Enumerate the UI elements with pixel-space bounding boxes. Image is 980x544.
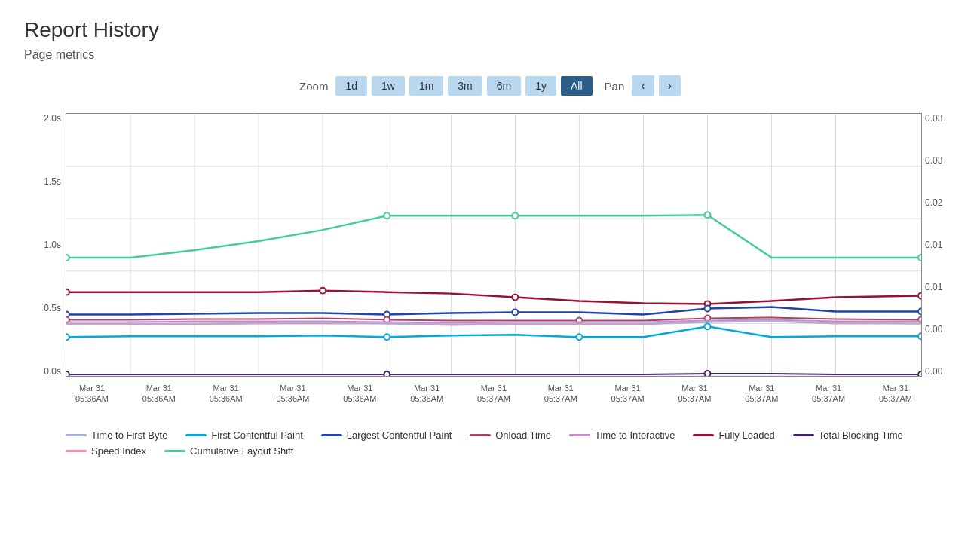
legend-label-speed-index: Speed Index: [91, 445, 146, 457]
chart-svg: [66, 114, 921, 376]
x-label-11: Mar 3105:37AM: [802, 383, 855, 422]
y-left-label-2: 1.0s: [44, 240, 61, 250]
zoom-6m[interactable]: 6m: [487, 76, 521, 96]
legend-fully-loaded: Fully Loaded: [693, 429, 774, 441]
x-label-9: Mar 3105:37AM: [668, 383, 721, 422]
y-right-label-5: 0.03: [925, 155, 942, 166]
cls-point: [66, 255, 69, 261]
tbt-line: [66, 374, 921, 374]
cls-point: [512, 212, 518, 219]
cls-point: [705, 212, 711, 218]
y-left-label-0: 0.0s: [44, 366, 61, 377]
fcp-point: [918, 333, 921, 339]
x-label-0: Mar 3105:36AM: [66, 383, 118, 422]
pan-label: Pan: [605, 80, 625, 93]
chart-legend: Time to First Byte First Contentful Pain…: [24, 429, 956, 457]
y-right-label-6: 0.03: [925, 113, 942, 124]
chart-wrapper: 2.0s 1.5s 1.0s 0.5s 0.0s: [24, 105, 956, 422]
tbt-point: [918, 371, 921, 376]
legend-fcp: First Contentful Paint: [185, 429, 302, 441]
legend-swatch-onload: [470, 434, 491, 436]
y-left-label-4: 2.0s: [44, 113, 61, 124]
page-subtitle: Page metrics: [24, 48, 956, 62]
legend-label-fcp: First Contentful Paint: [211, 429, 302, 441]
legend-onload: Onload Time: [470, 429, 551, 441]
y-right-label-3: 0.01: [925, 240, 942, 250]
x-label-3: Mar 3105:36AM: [266, 383, 319, 422]
legend-swatch-fully-loaded: [693, 434, 714, 436]
zoom-all[interactable]: All: [561, 76, 593, 96]
page-title: Report History: [24, 18, 956, 42]
y-right-label-0: 0.00: [925, 366, 942, 377]
chart-area: [66, 113, 922, 377]
lcp-point: [705, 306, 711, 312]
legend-label-tti: Time to Interactive: [595, 429, 675, 441]
zoom-1m[interactable]: 1m: [409, 76, 443, 96]
x-label-1: Mar 3105:36AM: [133, 383, 185, 422]
legend-label-tbt: Total Blocking Time: [819, 429, 903, 441]
cls-point: [384, 212, 390, 219]
fully-loaded-point: [320, 288, 326, 294]
chart-controls: Zoom 1d 1w 1m 3m 6m 1y All Pan ‹ ›: [24, 75, 956, 96]
legend-speed-index: Speed Index: [66, 445, 146, 457]
legend-swatch-tbt: [793, 434, 814, 436]
legend-swatch-fcp: [185, 434, 207, 436]
fcp-point: [576, 334, 582, 340]
legend-swatch-lcp: [321, 434, 342, 436]
lcp-point: [918, 309, 921, 315]
fully-loaded-point: [66, 289, 69, 295]
y-left-label-3: 1.5s: [44, 176, 61, 187]
legend-label-cls: Cumulative Layout Shift: [190, 445, 293, 457]
legend-swatch-speed-index: [66, 450, 87, 452]
zoom-label: Zoom: [299, 80, 328, 93]
x-label-6: Mar 3105:37AM: [467, 383, 520, 422]
tbt-point: [705, 371, 711, 376]
legend-ttfb: Time to First Byte: [66, 429, 167, 441]
fully-loaded-point: [918, 293, 921, 299]
legend-label-lcp: Largest Contentful Paint: [347, 429, 452, 441]
legend-label-ttfb: Time to First Byte: [91, 429, 167, 441]
x-label-4: Mar 3105:36AM: [333, 383, 386, 422]
x-label-8: Mar 3105:37AM: [602, 383, 654, 422]
zoom-3m[interactable]: 3m: [448, 76, 482, 96]
zoom-1y[interactable]: 1y: [525, 76, 556, 96]
x-label-7: Mar 3105:37AM: [534, 383, 587, 422]
legend-label-onload: Onload Time: [495, 429, 551, 441]
legend-swatch-ttfb: [66, 434, 87, 436]
x-label-12: Mar 3105:37AM: [869, 383, 922, 422]
legend-swatch-cls: [164, 450, 185, 452]
legend-tbt: Total Blocking Time: [793, 429, 903, 441]
fully-loaded-point: [512, 295, 518, 301]
y-right-label-4: 0.02: [925, 197, 942, 208]
legend-swatch-tti: [569, 434, 590, 436]
x-label-10: Mar 3105:37AM: [735, 383, 788, 422]
legend-tti: Time to Interactive: [569, 429, 675, 441]
tbt-point: [66, 371, 69, 376]
pan-next-button[interactable]: ›: [659, 75, 681, 96]
tbt-point: [384, 371, 390, 376]
zoom-1w[interactable]: 1w: [372, 76, 405, 96]
x-label-2: Mar 3105:36AM: [200, 383, 253, 422]
legend-lcp: Largest Contentful Paint: [321, 429, 452, 441]
x-label-5: Mar 3105:36AM: [400, 383, 453, 422]
lcp-point: [512, 310, 518, 316]
fcp-point: [705, 323, 711, 329]
y-axis-left: 2.0s 1.5s 1.0s 0.5s 0.0s: [24, 113, 66, 377]
y-axis-right: 0.03 0.03 0.02 0.01 0.01 0.00 0.00: [922, 113, 956, 377]
fcp-point: [384, 334, 390, 340]
legend-label-fully-loaded: Fully Loaded: [718, 429, 774, 441]
zoom-1d[interactable]: 1d: [335, 76, 367, 96]
pan-prev-button[interactable]: ‹: [632, 75, 654, 96]
x-axis: Mar 3105:36AM Mar 3105:36AM Mar 3105:36A…: [66, 377, 922, 422]
cls-point: [918, 255, 921, 261]
legend-cls: Cumulative Layout Shift: [164, 445, 293, 457]
y-right-label-2: 0.01: [925, 282, 942, 292]
y-right-label-1: 0.00: [925, 324, 942, 335]
fcp-point: [66, 334, 69, 340]
y-left-label-1: 0.5s: [44, 303, 61, 313]
